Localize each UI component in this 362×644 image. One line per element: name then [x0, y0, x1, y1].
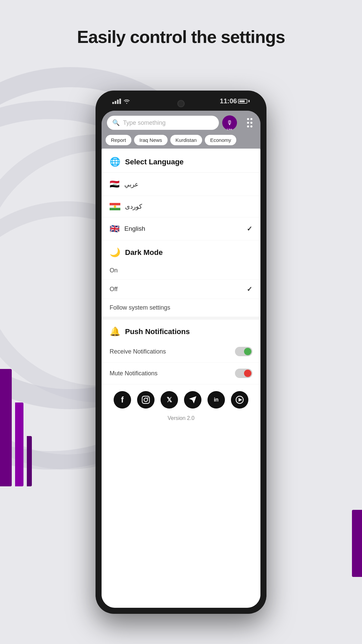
version-text: Version 2.0: [102, 413, 260, 424]
dark-on-label: On: [110, 267, 118, 274]
dark-off-check-icon: ✓: [247, 285, 252, 293]
language-option-kurdish[interactable]: کوردی: [102, 196, 260, 217]
notifications-title: Push Notifications: [125, 327, 190, 336]
search-box[interactable]: 🔍 Type something: [107, 116, 219, 130]
status-bar: 11:06: [112, 97, 250, 105]
dark-mode-section-header: 🌙 Dark Mode: [102, 240, 260, 262]
dark-mode-option-system[interactable]: Follow system settings: [102, 299, 260, 317]
mute-notifications-item[interactable]: Mute Notifications: [102, 363, 260, 384]
status-time: 11:06: [220, 97, 237, 105]
instagram-icon[interactable]: [137, 391, 155, 409]
phone-screen: 🔍 Type something 🎙 Live: [102, 111, 260, 608]
receive-notifications-toggle[interactable]: [235, 347, 252, 356]
app-bar: 🔍 Type something 🎙 Live: [102, 111, 260, 135]
english-label: English: [124, 225, 145, 232]
social-bar: f 𝕏: [102, 384, 260, 413]
svg-rect-4: [142, 396, 149, 404]
mic-icon: 🎙: [227, 119, 233, 126]
receive-notifications-item[interactable]: Receive Notifications: [102, 341, 260, 363]
purple-accent-bar-right: [352, 510, 362, 577]
purple-accent-bar-2: [15, 402, 23, 486]
telegram-icon[interactable]: [184, 391, 201, 409]
dark-mode-option-on[interactable]: On: [102, 262, 260, 280]
search-input[interactable]: Type something: [123, 119, 166, 126]
arabic-label: عربي: [124, 180, 138, 188]
english-check-icon: ✓: [247, 225, 252, 233]
youtube-icon[interactable]: [231, 391, 248, 409]
mute-notifications-label: Mute Notifications: [110, 370, 158, 377]
mute-notifications-toggle[interactable]: [235, 369, 252, 378]
mic-button[interactable]: 🎙 Live: [222, 115, 237, 130]
kurdistan-flag-icon: [110, 203, 120, 210]
language-option-arabic[interactable]: 🇮🇶 عربي: [102, 173, 260, 196]
bell-icon: 🔔: [110, 326, 120, 337]
notifications-section-header: 🔔 Push Notifications: [102, 317, 260, 341]
dark-mode-option-off[interactable]: Off ✓: [102, 280, 260, 299]
category-tabs: Report Iraq News Kurdistan Economy: [102, 135, 260, 149]
wifi-icon: [123, 99, 130, 104]
live-label: Live: [227, 128, 232, 131]
tab-kurdistan[interactable]: Kurdistan: [170, 135, 202, 145]
svg-marker-7: [239, 398, 242, 402]
dark-mode-title: Dark Mode: [125, 248, 163, 257]
svg-point-3: [114, 205, 116, 208]
purple-accent-bar-1: [0, 369, 12, 486]
tab-economy[interactable]: Economy: [205, 135, 237, 145]
signal-icon: [112, 99, 121, 104]
iraq-flag-icon: 🇮🇶: [110, 179, 120, 189]
battery-icon: 11:06: [220, 97, 250, 105]
purple-accent-bar-3: [27, 436, 32, 486]
dark-off-label: Off: [110, 286, 118, 293]
moon-icon: 🌙: [110, 247, 120, 258]
svg-point-5: [144, 398, 148, 402]
svg-point-6: [147, 397, 148, 398]
settings-panel: 🌐 Select Language 🇮🇶 عربي: [102, 149, 260, 608]
tab-iraq-news[interactable]: Iraq News: [134, 135, 168, 145]
menu-button[interactable]: [240, 115, 255, 130]
linkedin-icon[interactable]: in: [207, 391, 225, 409]
globe-icon: 🌐: [110, 157, 120, 167]
language-section-header: 🌐 Select Language: [102, 149, 260, 173]
dark-system-label: Follow system settings: [110, 304, 170, 311]
kurdish-label: کوردی: [125, 203, 142, 210]
language-section-title: Select Language: [125, 158, 184, 166]
language-option-english[interactable]: 🇬🇧 English ✓: [102, 217, 260, 240]
twitter-icon[interactable]: 𝕏: [161, 391, 178, 409]
facebook-icon[interactable]: f: [114, 391, 131, 409]
svg-rect-2: [110, 208, 120, 210]
tab-report[interactable]: Report: [106, 135, 131, 145]
receive-notifications-label: Receive Notifications: [110, 348, 166, 355]
search-icon: 🔍: [112, 119, 120, 126]
uk-flag-icon: 🇬🇧: [110, 224, 120, 233]
page-heading: Easily control the settings: [0, 27, 362, 47]
phone-frame: 11:06 🔍 Type something 🎙 Live: [96, 91, 266, 614]
signal-icons: [112, 99, 130, 104]
svg-rect-0: [110, 203, 120, 205]
